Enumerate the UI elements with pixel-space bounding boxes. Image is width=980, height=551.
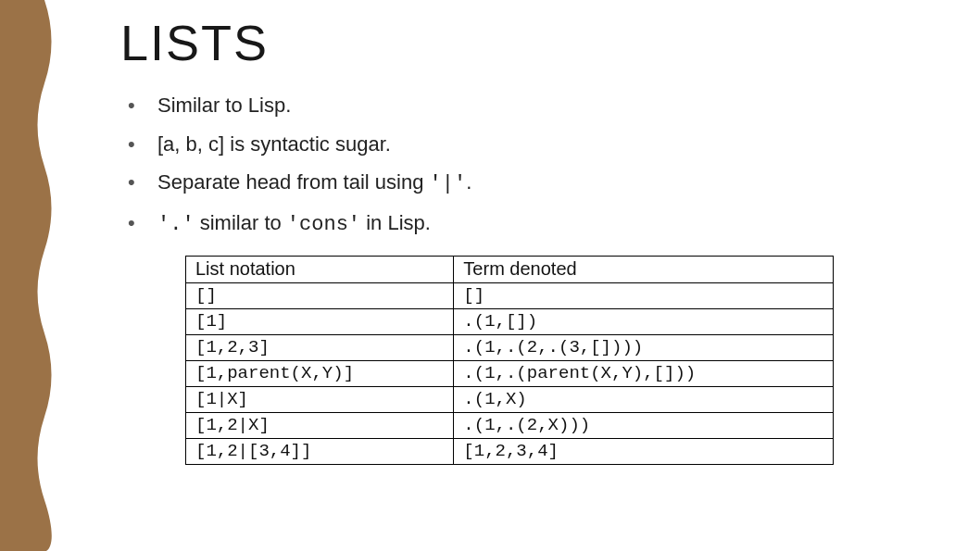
table-row: [1,2|X] .(1,.(2,X)))	[186, 412, 834, 438]
code-pipe: '|'	[430, 172, 467, 195]
table-cell: .(1,.(parent(X,Y),[]))	[454, 360, 834, 386]
table-cell: [1]	[186, 308, 454, 334]
table-cell: .(1,.(2,.(3,[])))	[454, 334, 834, 360]
table-cell: [1,2|X]	[186, 412, 454, 438]
bullet-item: [a, b, c] is syntactic sugar.	[120, 131, 926, 158]
table-cell: .(1,X)	[454, 386, 834, 412]
bullet-text: similar to	[195, 211, 287, 234]
table-row: [1,2|[3,4]] [1,2,3,4]	[186, 438, 834, 464]
table-header-row: List notation Term denoted	[186, 256, 834, 282]
table-cell: .(1,.(2,X)))	[454, 412, 834, 438]
table-row: [1] .(1,[])	[186, 308, 834, 334]
table-cell: []	[186, 282, 454, 308]
bullet-text: Similar to Lisp.	[157, 94, 291, 117]
table-cell: [1,2|[3,4]]	[186, 438, 454, 464]
table-cell: [1,2,3]	[186, 334, 454, 360]
bullet-item: Similar to Lisp.	[120, 92, 926, 119]
table-cell: [1,parent(X,Y)]	[186, 360, 454, 386]
table-row: [1,2,3] .(1,.(2,.(3,[])))	[186, 334, 834, 360]
bullet-text: .	[466, 170, 471, 194]
table-cell: [1|X]	[186, 386, 454, 412]
notation-table: List notation Term denoted [] [] [1] .(1…	[185, 256, 834, 465]
bullet-list: Similar to Lisp. [a, b, c] is syntactic …	[120, 92, 926, 239]
bullet-item: Separate head from tail using '|'.	[120, 169, 926, 198]
code-dot: '.'	[157, 213, 195, 236]
table-header-cell: List notation	[186, 256, 454, 282]
table-row: [1,parent(X,Y)] .(1,.(parent(X,Y),[]))	[186, 360, 834, 386]
bullet-text: in Lisp.	[360, 211, 431, 234]
decorative-left-border	[0, 0, 65, 551]
table-header-cell: Term denoted	[454, 256, 834, 282]
table-cell: []	[454, 282, 834, 308]
bullet-text: [a, b, c] is syntactic sugar.	[157, 132, 391, 156]
notation-table-wrap: List notation Term denoted [] [] [1] .(1…	[185, 256, 834, 465]
slide-title: LISTS	[120, 14, 926, 71]
bullet-text: Separate head from tail using	[157, 170, 430, 194]
bullet-item: '.' similar to 'cons' in Lisp.	[120, 209, 926, 239]
table-cell: .(1,[])	[454, 308, 834, 334]
table-row: [] []	[186, 282, 834, 308]
code-cons: 'cons'	[287, 213, 360, 236]
table-cell: [1,2,3,4]	[454, 438, 834, 464]
table-row: [1|X] .(1,X)	[186, 386, 834, 412]
slide-content: LISTS Similar to Lisp. [a, b, c] is synt…	[120, 14, 926, 465]
